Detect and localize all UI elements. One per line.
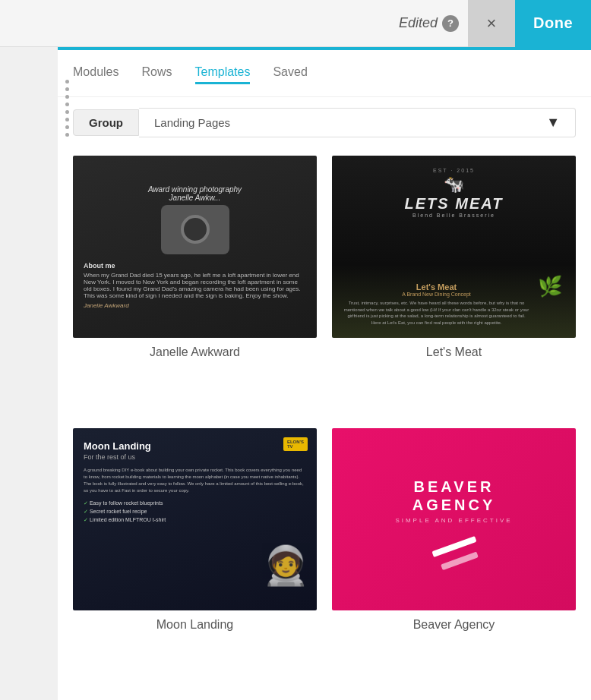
pen-2: [441, 551, 479, 570]
landing-pages-dropdown[interactable]: Landing Pages ▼: [139, 108, 576, 137]
template-card-janelle[interactable]: Award winning photographyJanelle Awkw...…: [73, 156, 317, 413]
moon-bullet-3: Limited edition MLFTROU t-shirt: [84, 517, 306, 523]
dot-1: [65, 80, 69, 84]
moon-subtitle: For the rest of us: [84, 453, 306, 461]
template-card-letsmeat[interactable]: EST · 2015 🐄 LETS MEAT Blend Belle Brass…: [332, 156, 576, 413]
beaver-title: BEAVERAGENCY: [412, 478, 496, 514]
template-label-letsmeat: Let's Meat: [332, 345, 576, 364]
janelle-about-body: When my Grand Dad died 15 years ago, he …: [84, 272, 306, 299]
done-button[interactable]: Done: [515, 0, 591, 47]
dot-3: [65, 95, 69, 99]
meat-subtitle: Blend Belle Brasserie: [405, 213, 504, 218]
camera-icon: [161, 205, 229, 254]
janelle-about-title: About me: [84, 262, 306, 270]
dot-5: [65, 110, 69, 114]
moon-bullet-1: Easy to follow rocket blueprints: [84, 500, 306, 506]
landing-pages-label: Landing Pages: [154, 116, 230, 129]
close-button[interactable]: ×: [468, 0, 515, 47]
beaver-pens-area: [431, 544, 477, 560]
template-card-moonlanding[interactable]: ELON'STV Moon Landing For the rest of us…: [73, 428, 317, 686]
moon-body: A ground breaking DIY e-book about build…: [84, 467, 306, 494]
tab-saved[interactable]: Saved: [273, 62, 307, 84]
template-label-janelle: Janelle Awkward: [73, 345, 317, 364]
janelle-award-text: Award winning photographyJanelle Awkw...: [148, 185, 242, 202]
template-thumb-letsmeat: EST · 2015 🐄 LETS MEAT Blend Belle Brass…: [332, 156, 576, 338]
tab-templates[interactable]: Templates: [195, 62, 251, 84]
meat-section2: Let's Meat A Brand New Dining Concept Tr…: [343, 282, 565, 326]
dot-7: [65, 125, 69, 129]
template-card-beaver[interactable]: BEAVERAGENCY SIMPLE AND EFFECTIVE Beaver…: [332, 428, 576, 686]
astronaut-icon: 🧑‍🚀: [262, 544, 309, 588]
template-label-moonlanding: Moon Landing: [73, 618, 317, 636]
template-thumb-beaver: BEAVERAGENCY SIMPLE AND EFFECTIVE: [332, 428, 576, 610]
dot-4: [65, 102, 69, 106]
janelle-signature: Janelle Awkward: [84, 302, 306, 309]
template-thumb-moonlanding: ELON'STV Moon Landing For the rest of us…: [73, 428, 317, 610]
main-panel: Modules Rows Templates Saved Group Landi…: [58, 47, 591, 700]
dropdown-arrow-icon: ▼: [546, 115, 560, 131]
tabs-row: Modules Rows Templates Saved: [58, 50, 591, 97]
tab-rows[interactable]: Rows: [141, 62, 172, 84]
meat-body: Trust, intimacy, surprises, etc. We have…: [343, 300, 530, 326]
templates-grid: Award winning photographyJanelle Awkw...…: [58, 148, 591, 700]
meat-animal-icon: 🐄: [405, 175, 504, 194]
template-label-beaver: Beaver Agency: [332, 618, 576, 636]
left-sidebar-bg: [0, 0, 58, 700]
edited-label: Edited: [399, 15, 438, 31]
help-icon[interactable]: ?: [442, 15, 459, 32]
tab-modules[interactable]: Modules: [73, 62, 119, 84]
moon-bullet-2: Secret rocket fuel recipe: [84, 509, 306, 515]
beaver-subtitle: SIMPLE AND EFFECTIVE: [395, 517, 512, 524]
group-button[interactable]: Group: [73, 109, 139, 136]
top-bar: Edited ? × Done: [0, 0, 591, 47]
dot-6: [65, 118, 69, 121]
moon-title: Moon Landing: [84, 440, 306, 452]
meat-logo: EST · 2015 🐄 LETS MEAT Blend Belle Brass…: [405, 168, 504, 218]
sidebar-dots: [58, 62, 76, 153]
moon-badge: ELON'STV: [283, 437, 308, 451]
moon-bullets: Easy to follow rocket blueprints Secret …: [84, 500, 306, 525]
filter-row: Group Landing Pages ▼: [58, 97, 591, 148]
dot-8: [65, 133, 69, 137]
meat-subheading2: A Brand New Dining Concept: [343, 292, 530, 297]
edited-area: Edited ?: [399, 15, 459, 32]
template-thumb-janelle: Award winning photographyJanelle Awkw...…: [73, 156, 317, 338]
meat-title: LETS MEAT: [405, 196, 504, 211]
meat-heading2: Let's Meat: [343, 282, 530, 292]
meat-est: EST · 2015: [405, 168, 504, 173]
dot-2: [65, 87, 69, 91]
